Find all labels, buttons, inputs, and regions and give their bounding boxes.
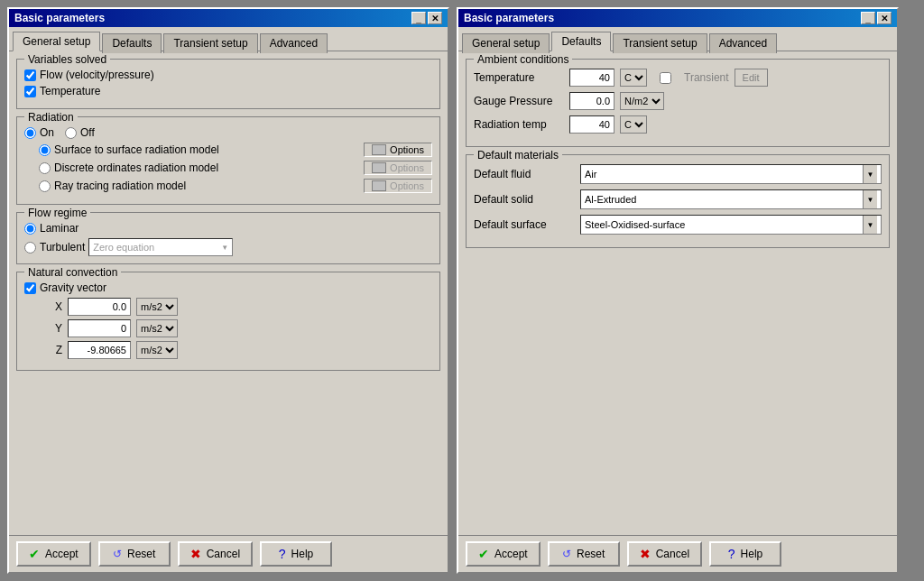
tab-advanced-2[interactable]: Advanced [709,33,777,53]
help-button-2[interactable]: ? Help [709,541,781,567]
discrete-options-button[interactable]: Options [364,161,432,175]
gravity-z-unit[interactable]: m/s2 [136,341,178,359]
help-label-2: Help [741,548,763,560]
radiation-on-radio[interactable] [24,127,36,139]
cancel-icon-1: ✖ [190,547,201,561]
accept-button-1[interactable]: ✔ Accept [16,541,91,567]
transient-checkbox[interactable] [660,72,671,84]
reset-icon-1: ↺ [113,548,122,560]
discrete-radiation-radio[interactable] [39,162,51,174]
surface-dropdown[interactable]: Steel-Oxidised-surface ▼ [580,215,882,235]
accept-icon-1: ✔ [29,547,40,561]
gravity-y-unit[interactable]: m/s2 [136,319,178,337]
x-axis-label: X [53,300,62,313]
gravity-y-input[interactable]: 0 [68,319,131,337]
rad-ambient-input[interactable] [569,115,614,134]
gravity-z-input[interactable]: -9.80665 [68,341,131,359]
discrete-options-label: Options [390,162,424,173]
gravity-x-unit[interactable]: m/s2 [136,298,178,316]
solid-dropdown[interactable]: Al-Extruded ▼ [580,189,882,209]
radiation-group: Radiation On Off Surface to surface radi… [16,116,440,205]
z-axis-label: Z [53,344,62,356]
pressure-unit-select[interactable]: N/m2 [620,92,664,110]
solid-row: Default solid Al-Extruded ▼ [474,189,882,209]
reset-button-2[interactable]: ↺ Reset [548,541,620,567]
help-button-1[interactable]: ? Help [260,541,332,567]
tab-transient-1[interactable]: Transient setup [163,33,257,53]
close-button-2[interactable]: ✕ [877,12,892,24]
flow-regime-label: Flow regime [24,207,90,219]
radiation-on-label: On [40,126,54,139]
gravity-z-row: Z -9.80665 m/s2 [53,341,432,359]
dialog-2: Basic parameters _ ✕ General setup Defau… [457,7,899,574]
pressure-ambient-row: Gauge Pressure N/m2 [474,92,882,110]
tab-advanced-1[interactable]: Advanced [260,33,328,53]
title-bar-buttons-1: _ ✕ [411,12,442,24]
tab-defaults-1[interactable]: Defaults [102,33,162,53]
bottom-buttons-1: ✔ Accept ↺ Reset ✖ Cancel ? Help [9,535,448,572]
ray-radiation-radio[interactable] [39,180,51,192]
rad-ambient-row: Radiation temp C [474,115,882,134]
surface-options-label: Options [390,144,424,155]
flow-checkbox[interactable] [24,69,36,81]
cancel-button-1[interactable]: ✖ Cancel [178,541,253,567]
fluid-label: Default fluid [474,168,573,180]
surface-value: Steel-Oxidised-surface [585,219,685,230]
pressure-ambient-label: Gauge Pressure [474,95,564,107]
minimize-button-2[interactable]: _ [861,12,875,24]
radiation-content: On Off Surface to surface radiation mode… [24,126,432,193]
title-bar-2: Basic parameters _ ✕ [458,9,897,27]
temp-ambient-label: Temperature [474,71,564,84]
rad-unit-select[interactable]: C [620,115,647,134]
materials-content: Default fluid Air ▼ Default solid Al-Ext… [474,164,882,235]
turbulent-arrow: ▼ [221,244,228,252]
gravity-x-input[interactable]: 0.0 [68,298,131,316]
fluid-arrow: ▼ [863,165,877,183]
surface-label: Default surface [474,218,573,231]
laminar-radio[interactable] [24,223,36,235]
turbulent-radio[interactable] [24,242,36,254]
content-2: Ambient conditions Temperature C Transie… [458,51,897,535]
dialog-1: Basic parameters _ ✕ General setup Defau… [7,7,449,574]
temp-label: Temperature [40,85,100,97]
radiation-off-radio[interactable] [65,127,77,139]
materials-group: Default materials Default fluid Air ▼ De… [466,154,890,248]
ray-options-button[interactable]: Options [364,179,432,193]
turbulent-dropdown[interactable]: Zero equation ▼ [88,238,233,256]
title-bar-1: Basic parameters _ ✕ [9,9,448,27]
flow-regime-group: Flow regime Laminar Turbulent Zero equat… [16,212,440,264]
surface-row: Default surface Steel-Oxidised-surface ▼ [474,215,882,235]
options-icon-1 [372,144,386,155]
ambient-content: Temperature C Transient Edit Gauge Press… [474,69,882,134]
turbulent-value: Zero equation [93,242,154,253]
surface-options-button[interactable]: Options [364,143,432,157]
gravity-label: Gravity vector [40,281,106,294]
cancel-icon-2: ✖ [640,547,651,561]
surface-radiation-radio[interactable] [39,144,51,156]
tab-transient-2[interactable]: Transient setup [613,33,707,53]
temp-ambient-input[interactable] [569,69,614,87]
cancel-button-2[interactable]: ✖ Cancel [627,541,702,567]
turbulent-row: Turbulent Zero equation ▼ [24,238,432,256]
tab-general-setup-2[interactable]: General setup [462,33,550,53]
ambient-group: Ambient conditions Temperature C Transie… [466,59,890,147]
tab-general-setup-1[interactable]: General setup [13,32,100,51]
fluid-row: Default fluid Air ▼ [474,164,882,184]
natural-convection-label: Natural convection [24,266,121,279]
pressure-ambient-input[interactable] [569,92,614,110]
temp-checkbox[interactable] [24,86,36,97]
temp-unit-select[interactable]: C [620,69,647,87]
reset-button-1[interactable]: ↺ Reset [98,541,171,567]
fluid-dropdown[interactable]: Air ▼ [580,164,882,184]
gravity-y-row: Y 0 m/s2 [53,319,432,337]
accept-button-2[interactable]: ✔ Accept [466,541,541,567]
help-icon-2: ? [728,547,735,561]
edit-button[interactable]: Edit [735,69,768,87]
tab-defaults-2[interactable]: Defaults [551,32,611,51]
minimize-button-1[interactable]: _ [411,12,426,24]
gravity-checkbox[interactable] [24,282,36,294]
help-label-1: Help [291,548,314,560]
help-icon-1: ? [279,547,286,561]
close-button-1[interactable]: ✕ [428,12,442,24]
flow-regime-content: Laminar Turbulent Zero equation ▼ [24,222,432,256]
